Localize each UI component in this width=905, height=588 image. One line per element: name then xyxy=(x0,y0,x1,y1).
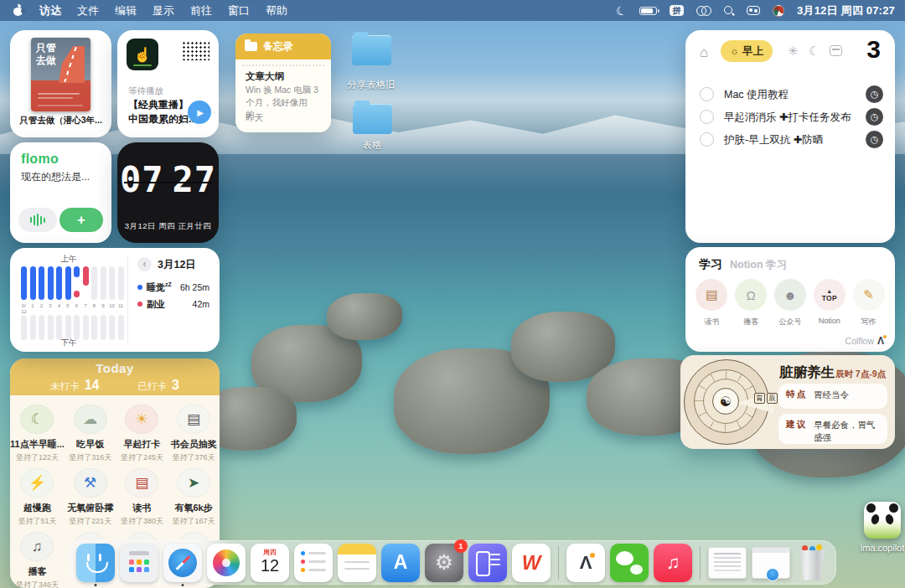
rock xyxy=(327,293,402,340)
photos-dock-icon[interactable] xyxy=(207,544,246,582)
dock-divider xyxy=(700,546,701,580)
menu-item-file[interactable]: 文件 xyxy=(77,3,99,18)
tab-morning[interactable]: ☼ 早上 xyxy=(721,40,773,62)
sun-icon: ☀ xyxy=(125,405,158,434)
habit-item[interactable]: ▤ 书会员抽奖坚持了376天 xyxy=(168,400,220,463)
study-shortcut-podcast[interactable]: Ω 播客 xyxy=(732,279,769,328)
study-shortcut-notion[interactable]: TOP Notion xyxy=(811,279,848,328)
habit-item[interactable]: ♫ 播客坚持了346天 xyxy=(10,527,65,588)
done-stat: 已打卡3 xyxy=(137,378,178,393)
ima-copilot-app-icon[interactable] xyxy=(864,502,901,539)
dots-pattern xyxy=(182,41,209,60)
safari-dock-icon[interactable] xyxy=(163,544,202,582)
sidejob-duration: 42m xyxy=(193,299,209,309)
flomo-prompt: 现在的想法是... xyxy=(21,170,90,184)
menu-bar-clock[interactable]: 3月12日 周四 07:27 xyxy=(797,3,895,18)
flip-clock-widget[interactable]: 07 27 3月12日 周四 正月廿四 xyxy=(117,142,219,243)
memo-widget[interactable]: 备忘录 文章大纲 Win 换 Mac 电脑 3 个月，我好像用的... 昨天 xyxy=(235,34,331,132)
book-widget[interactable]: 只管去做 只管去做（潜心3年... xyxy=(10,30,111,137)
podcast-widget[interactable]: ☝ 等待播放 【经典重播】中国最累的妇... ▶ xyxy=(117,30,219,137)
top-arrow-icon: TOP xyxy=(814,279,846,311)
play-button[interactable]: ▶ xyxy=(188,101,211,124)
habit-item[interactable]: ☁ 吃早饭坚持了316天 xyxy=(65,400,116,463)
apple-logo-icon[interactable] xyxy=(13,5,23,16)
checkbox-circle[interactable] xyxy=(700,132,714,147)
folder-label[interactable]: 表格 xyxy=(330,139,414,152)
search-icon[interactable] xyxy=(723,5,734,16)
menu-item-finder[interactable]: 访达 xyxy=(39,3,61,18)
status-app-icon[interactable] xyxy=(773,5,784,17)
habit-item[interactable]: ▤ 读书坚持了380天 xyxy=(116,463,168,527)
minimized-document-window[interactable] xyxy=(708,547,747,579)
minimized-safari-window[interactable] xyxy=(752,547,790,579)
menu-item-window[interactable]: 窗口 xyxy=(228,3,250,18)
am-label: 上午 xyxy=(10,254,127,265)
trash-contents xyxy=(802,545,808,551)
folder-label[interactable]: 分享表格旧 xyxy=(329,79,413,91)
notes-dock-icon[interactable] xyxy=(338,544,376,582)
system-settings-dock-icon[interactable]: ⚙ 1 xyxy=(425,544,463,582)
menu-item-go[interactable]: 前往 xyxy=(190,3,212,18)
habit-item[interactable]: ☾ 11点半早睡...坚持了122天 xyxy=(10,400,65,463)
reminder-item[interactable]: Mac 使用教程 ◷ xyxy=(685,85,895,106)
music-dock-icon[interactable]: ♫ xyxy=(654,544,692,582)
study-shortcut-writing[interactable]: ✎ 写作 xyxy=(851,279,887,328)
app-store-dock-icon[interactable]: A xyxy=(381,544,420,582)
pm-label: 下午 xyxy=(10,338,127,348)
study-shortcut-reading[interactable]: ▤ 读书 xyxy=(693,279,730,328)
menu-item-help[interactable]: 帮助 xyxy=(266,3,287,18)
control-center-icon[interactable] xyxy=(747,6,760,15)
add-note-button[interactable]: + xyxy=(59,208,103,232)
note-time: 昨天 xyxy=(246,112,263,124)
timer-icon[interactable]: ◷ xyxy=(866,131,883,148)
wechat-dock-icon[interactable] xyxy=(610,544,649,582)
trash-dock-icon[interactable] xyxy=(795,544,829,581)
reminder-item[interactable]: 早起消消乐 ✚打卡任务发布 ◷ xyxy=(685,108,895,128)
sunrise-icon: ☼ xyxy=(730,45,739,57)
battery-icon[interactable] xyxy=(639,7,657,15)
sun-tab-icon[interactable]: ✳ xyxy=(788,44,799,59)
study-launcher-widget[interactable]: 学习 Notion 学习 ▤ 读书 Ω 播客 ☻ 公众号 TOP Notion … xyxy=(685,247,895,352)
organ-health-widget[interactable]: ☯ 胃 辰 脏腑养生 辰时 7点-9点 特点 胃经当令 建议 早餐必食，胃气盛强 xyxy=(680,355,895,449)
habit-item[interactable]: ☀ 早起打卡坚持了245天 xyxy=(116,400,168,463)
reminders-dock-icon[interactable] xyxy=(294,544,333,582)
ima-copilot-label[interactable]: ima.copilot xyxy=(845,543,905,553)
colflow-dock-icon[interactable]: Λ xyxy=(566,544,605,582)
voice-record-button[interactable] xyxy=(18,208,57,232)
flomo-widget[interactable]: flomo 现在的想法是... + xyxy=(10,142,111,243)
memo-pencil-icon: ✎ xyxy=(853,279,885,311)
launchpad-dock-icon[interactable] xyxy=(120,544,158,582)
reminder-item[interactable]: 护肤-早上双抗 ✚防晒 ◷ xyxy=(685,131,895,151)
health-title: 脏腑养生 xyxy=(779,364,835,382)
habit-item[interactable]: ➤ 有氧6k步坚持了167天 xyxy=(168,463,220,527)
checkbox-circle[interactable] xyxy=(700,87,714,101)
timer-icon[interactable]: ◷ xyxy=(866,108,883,126)
input-method-icon[interactable]: 拼 xyxy=(670,5,684,16)
moon-tab-icon[interactable]: ☾ xyxy=(809,44,820,59)
timer-icon[interactable]: ◷ xyxy=(866,85,883,103)
habit-item[interactable]: ⚒ 无氧俯卧撑坚持了221天 xyxy=(65,463,116,527)
person-laptop-icon: ☻ xyxy=(774,279,806,311)
time-tracking-widget[interactable]: 上午 0/121234567891011 下午 ‹ 3月12日 睡觉zZ 6h … xyxy=(10,248,220,352)
finder-dock-icon[interactable] xyxy=(76,544,115,582)
back-chevron-button[interactable]: ‹ xyxy=(137,257,152,271)
study-shortcut-official-account[interactable]: ☻ 公众号 xyxy=(772,279,809,328)
checkbox-circle[interactable] xyxy=(700,110,714,124)
running-indicator xyxy=(182,584,184,586)
headphones-icon: Ω xyxy=(735,279,767,311)
menu-item-view[interactable]: 显示 xyxy=(153,3,174,18)
archive-tab-icon[interactable] xyxy=(830,45,842,56)
link-icon[interactable] xyxy=(696,6,711,15)
folder-icon-shared-sheets[interactable] xyxy=(352,35,391,65)
home-tab-icon[interactable]: ⌂ xyxy=(700,44,708,61)
wps-office-dock-icon[interactable]: W xyxy=(512,544,551,582)
do-not-disturb-moon-icon[interactable]: ☾ xyxy=(614,3,628,18)
iphone-mirroring-dock-icon[interactable] xyxy=(468,544,507,582)
calendar-dock-icon[interactable]: 周四 12 xyxy=(251,544,289,582)
habit-item[interactable]: ⚡ 超慢跑坚持了51天 xyxy=(10,463,65,527)
reminders-widget[interactable]: ⌂ ☼ 早上 ✳ ☾ 3 Mac 使用教程 ◷ 早起消消乐 ✚打卡任务发布 ◷ … xyxy=(685,30,895,243)
menu-item-edit[interactable]: 编辑 xyxy=(115,3,137,18)
colflow-logo-icon: Λ xyxy=(877,335,884,347)
bed-icon: ☾ xyxy=(20,405,54,434)
folder-icon-sheets[interactable] xyxy=(353,104,392,134)
